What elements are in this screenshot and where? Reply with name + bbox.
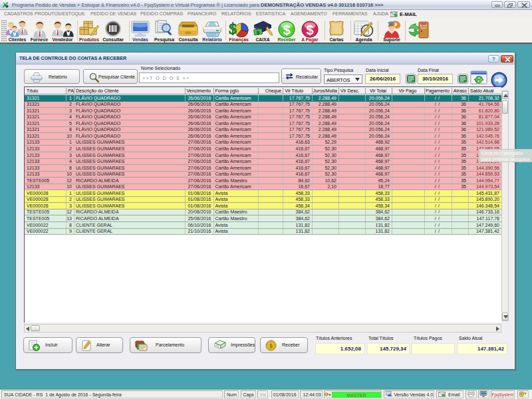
- svg-text:$: $: [306, 23, 313, 37]
- svg-text:$: $: [283, 23, 290, 37]
- svg-text:EXIT: EXIT: [420, 24, 427, 27]
- svg-text:$: $: [269, 342, 273, 349]
- svg-text:$: $: [229, 20, 237, 37]
